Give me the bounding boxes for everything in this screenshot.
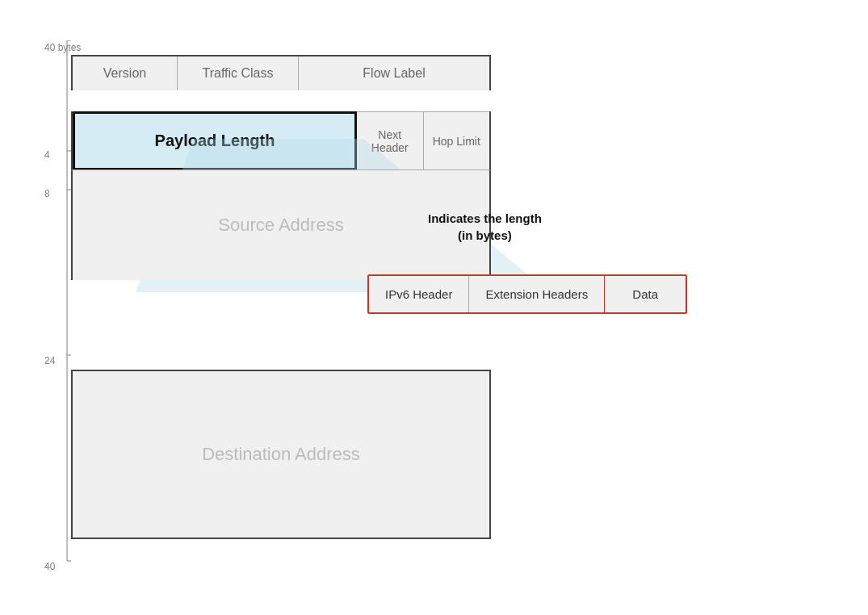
destination-address-row: Destination Address [71, 370, 491, 539]
next-header-cell: Next Header [357, 112, 424, 169]
payload-breakdown: IPv6 Header Extension Headers Data [367, 274, 687, 314]
y-label-40: 40 [44, 561, 55, 572]
payload-length-cell: Payload Length [73, 111, 357, 170]
extension-headers-cell: Extension Headers [469, 276, 605, 312]
traffic-class-cell: Traffic Class [178, 56, 299, 90]
annotation-line2: (in bytes) [428, 227, 542, 244]
hop-limit-cell: Hop Limit [424, 112, 490, 169]
next-hop-group: Next Header Hop Limit [357, 111, 489, 170]
annotation-text: Indicates the length (in bytes) [428, 210, 542, 244]
flow-label-cell: Flow Label [299, 56, 489, 90]
annotation-line1: Indicates the length [428, 210, 542, 227]
y-label-40bytes: 40 bytes [44, 42, 81, 53]
y-label-24: 24 [44, 355, 55, 366]
header-row1: Version Traffic Class Flow Label [71, 55, 491, 90]
version-cell: Version [73, 56, 178, 90]
data-cell: Data [605, 276, 686, 312]
ipv6-header-cell: IPv6 Header [369, 276, 469, 312]
y-label-4: 4 [44, 149, 50, 161]
y-label-8: 8 [44, 188, 50, 199]
header-row2: Payload Length Next Header Hop Limit [71, 111, 491, 170]
